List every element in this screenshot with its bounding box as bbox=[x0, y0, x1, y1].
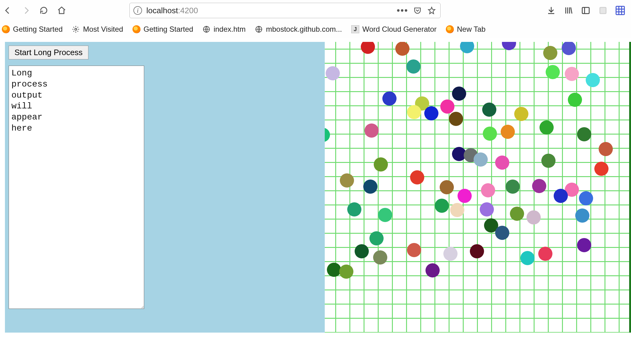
page-content: Start Long Process bbox=[5, 42, 631, 333]
site-info-icon[interactable]: i bbox=[133, 6, 142, 15]
start-long-process-button[interactable]: Start Long Process bbox=[9, 46, 88, 59]
url-host: localhost bbox=[146, 6, 178, 15]
scatter-dot bbox=[443, 247, 458, 261]
scatter-dot bbox=[326, 66, 340, 80]
scatter-dot bbox=[501, 125, 515, 139]
scatter-dot bbox=[369, 231, 384, 245]
left-control-panel: Start Long Process bbox=[5, 42, 325, 333]
scatter-dot bbox=[327, 263, 341, 277]
downloads-icon[interactable] bbox=[546, 5, 556, 16]
bookmark-most-visited[interactable]: Most Visited bbox=[72, 25, 123, 34]
svg-point-2 bbox=[75, 28, 77, 30]
scatter-dot bbox=[425, 263, 440, 277]
home-button[interactable] bbox=[55, 4, 68, 17]
extension-disabled-icon[interactable] bbox=[598, 5, 608, 16]
back-button[interactable] bbox=[1, 4, 15, 17]
scatter-dot bbox=[373, 250, 387, 265]
scatter-dot bbox=[586, 73, 600, 87]
globe-icon bbox=[202, 25, 210, 33]
scatter-dot bbox=[407, 243, 421, 257]
scatter-dot bbox=[520, 251, 535, 265]
scatter-dot bbox=[435, 199, 449, 213]
scatter-dot bbox=[474, 152, 488, 167]
scatter-dot bbox=[579, 191, 593, 205]
scatter-dot bbox=[374, 157, 388, 172]
scatter-dot bbox=[575, 208, 589, 223]
scatter-grid-panel bbox=[325, 42, 631, 333]
scatter-dot bbox=[546, 65, 560, 79]
bookmark-label: mbostock.github.com... bbox=[266, 25, 342, 34]
forward-button[interactable] bbox=[19, 4, 33, 17]
scatter-dot bbox=[382, 91, 397, 106]
scatter-dot bbox=[481, 183, 495, 197]
scatter-dot bbox=[554, 189, 568, 203]
bookmark-new-tab[interactable]: New Tab bbox=[446, 25, 486, 34]
scatter-dot bbox=[440, 99, 454, 114]
scatter-dot bbox=[514, 107, 528, 121]
address-bar[interactable]: i localhost:4200 ••• bbox=[129, 3, 441, 18]
bookmark-label: Most Visited bbox=[83, 25, 123, 34]
scatter-dot bbox=[450, 203, 464, 217]
bookmark-label: index.htm bbox=[214, 25, 246, 34]
scatter-dot bbox=[410, 170, 424, 184]
scatter-dot bbox=[594, 162, 609, 176]
scatter-dot bbox=[532, 179, 546, 193]
scatter-dot bbox=[541, 154, 556, 168]
scatter-dot bbox=[340, 173, 354, 188]
bookmark-label: Getting Started bbox=[13, 25, 63, 34]
scatter-dot bbox=[538, 247, 552, 261]
page-actions-icon[interactable]: ••• bbox=[397, 5, 408, 16]
sidebar-icon[interactable] bbox=[580, 5, 591, 16]
firefox-icon bbox=[2, 25, 10, 33]
scatter-dot bbox=[480, 202, 494, 216]
scatter-dot bbox=[440, 180, 454, 194]
process-output-textarea[interactable] bbox=[9, 66, 144, 309]
scatter-dot bbox=[452, 87, 466, 101]
scatter-dot bbox=[407, 105, 421, 119]
scatter-dot bbox=[543, 46, 557, 60]
svg-rect-0 bbox=[582, 7, 589, 14]
scatter-dot bbox=[395, 42, 409, 56]
bookmark-getting-started-1[interactable]: Getting Started bbox=[2, 25, 63, 34]
scatter-dot bbox=[510, 207, 524, 221]
scatter-dot bbox=[363, 180, 377, 194]
apps-grid-icon[interactable] bbox=[615, 5, 625, 16]
library-icon[interactable] bbox=[563, 5, 574, 16]
letter-j-icon: J bbox=[351, 25, 359, 33]
bookmark-index-htm[interactable]: index.htm bbox=[202, 25, 246, 34]
bookmark-getting-started-2[interactable]: Getting Started bbox=[132, 25, 193, 34]
globe-icon bbox=[255, 25, 263, 33]
scatter-dot bbox=[339, 265, 353, 279]
bookmarks-bar: Getting Started Most Visited Getting Sta… bbox=[0, 21, 631, 38]
scatter-dot bbox=[449, 112, 463, 126]
bookmark-star-icon[interactable] bbox=[427, 6, 437, 15]
scatter-dot bbox=[458, 189, 472, 203]
reload-button[interactable] bbox=[37, 4, 51, 17]
scatter-dot bbox=[565, 67, 579, 81]
scatter-dot bbox=[482, 103, 496, 117]
scatter-dot bbox=[506, 180, 520, 194]
scatter-dot bbox=[495, 156, 509, 170]
pocket-icon[interactable] bbox=[413, 6, 422, 15]
scatter-dot bbox=[577, 127, 591, 141]
firefox-icon bbox=[446, 25, 454, 33]
scatter-dot bbox=[568, 93, 582, 107]
firefox-icon bbox=[132, 25, 140, 33]
scatter-dot bbox=[470, 244, 484, 258]
browser-toolbar: i localhost:4200 ••• bbox=[0, 0, 631, 21]
scatter-dot bbox=[495, 226, 509, 240]
scatter-dot bbox=[378, 208, 392, 222]
scatter-dot bbox=[577, 238, 591, 252]
scatter-dot bbox=[406, 59, 421, 74]
bookmark-label: Getting Started bbox=[144, 25, 193, 34]
bookmark-mbostock[interactable]: mbostock.github.com... bbox=[255, 25, 342, 34]
toolbar-right-icons bbox=[546, 5, 629, 16]
url-text: localhost:4200 bbox=[146, 6, 392, 15]
svg-rect-1 bbox=[600, 7, 606, 14]
bookmark-label: Word Cloud Generator bbox=[362, 25, 437, 34]
scatter-dot bbox=[347, 202, 361, 216]
bookmark-word-cloud[interactable]: J Word Cloud Generator bbox=[351, 25, 437, 34]
scatter-dot bbox=[527, 210, 541, 224]
url-port: :4200 bbox=[178, 6, 198, 15]
bookmark-label: New Tab bbox=[457, 25, 486, 34]
